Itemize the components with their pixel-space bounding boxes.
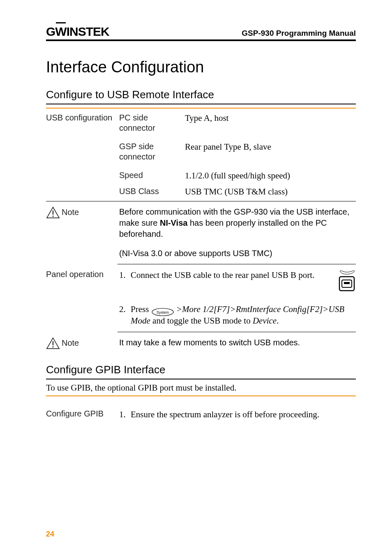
warning-icon [46, 337, 60, 349]
note-label: Note [62, 208, 79, 217]
system-button-icon: System [151, 305, 174, 314]
note-block: Note [46, 206, 119, 219]
panel-operation-label: Panel operation [46, 269, 119, 280]
step-number: 1. [119, 409, 131, 420]
section-heading-gpib: Configure GPIB Interface [46, 363, 356, 379]
svg-point-10 [53, 346, 54, 347]
doc-title: GSP-930 Programming Manual [242, 29, 356, 38]
usb-row-mid: Speed [119, 170, 185, 180]
usb-row-val: Rear panel Type B, slave [185, 141, 356, 153]
step-number: 1. [119, 269, 131, 295]
usb-port-icon [338, 269, 356, 295]
usb-row-mid: USB Class [119, 186, 185, 197]
usb-row-mid: PC side connector [119, 113, 185, 133]
svg-text:System: System [157, 310, 169, 314]
note-block: Note [46, 337, 119, 349]
usb-row-val: Type A, host [185, 113, 356, 124]
section-heading-usb: Configure to USB Remote Interface [46, 88, 356, 104]
svg-point-2 [53, 215, 54, 217]
page-heading: Interface Configuration [46, 58, 356, 76]
gpib-intro: To use GPIB, the optional GPIB port must… [46, 383, 356, 393]
page-number: 24 [46, 530, 54, 539]
step-text: Press System >More 1/2[F7]>RmtInterface … [131, 303, 356, 327]
note-label: Note [62, 338, 79, 347]
step-number: 2. [119, 303, 131, 327]
usb-row-mid: GSP side connector [119, 141, 185, 162]
warning-icon [46, 206, 60, 219]
step-text: Ensure the spectrum anlayzer is off befo… [131, 409, 356, 420]
brand-logo: GWINSTEK [46, 25, 109, 39]
note-text: It may take a few moments to switch USB … [119, 337, 356, 348]
usb-row-val: USB TMC (USB T&M class) [185, 186, 356, 197]
step-text: Connect the USB cable to the rear panel … [131, 269, 356, 295]
svg-rect-5 [344, 282, 350, 284]
configure-gpib-label: Configure GPIB [46, 409, 119, 419]
note-text: Before communication with the GSP-930 vi… [119, 206, 356, 259]
usb-row-val: 1.1/2.0 (full speed/high speed) [185, 170, 356, 181]
usb-config-label: USB configuration [46, 113, 119, 123]
